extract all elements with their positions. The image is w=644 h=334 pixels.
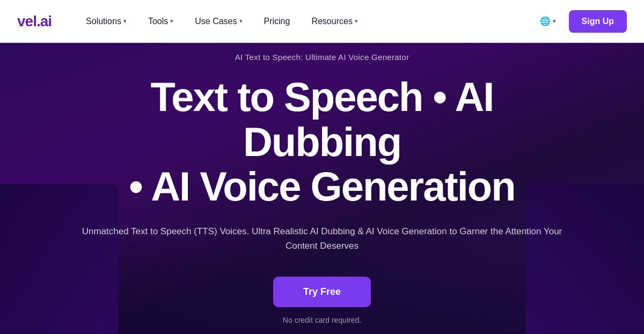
language-selector[interactable]: 🌐 ▾ [533, 12, 562, 31]
language-chevron-icon: ▾ [553, 18, 556, 25]
hero-subtitle: AI Text to Speech: Ultimate AI Voice Gen… [235, 53, 409, 62]
hero-title-line1: Text to Speech • AI Dubbing [151, 74, 494, 165]
use-cases-chevron-icon: ▾ [239, 18, 243, 25]
solutions-label: Solutions [86, 17, 121, 26]
hero-content: AI Text to Speech: Ultimate AI Voice Gen… [27, 53, 617, 324]
navbar: vel.ai Solutions ▾ Tools ▾ Use Cases ▾ P… [0, 0, 644, 43]
tools-label: Tools [148, 17, 168, 26]
nav-item-tools[interactable]: Tools ▾ [140, 12, 182, 31]
hero-title: Text to Speech • AI Dubbing • AI Voice G… [70, 75, 574, 209]
solutions-chevron-icon: ▾ [123, 18, 127, 25]
nav-item-pricing[interactable]: Pricing [255, 12, 299, 31]
hero-section: AI Text to Speech: Ultimate AI Voice Gen… [0, 43, 644, 334]
nav-right: 🌐 ▾ Sign Up [533, 10, 627, 33]
globe-icon: 🌐 [540, 16, 551, 26]
resources-label: Resources [311, 17, 352, 26]
signup-button[interactable]: Sign Up [569, 10, 627, 33]
no-credit-note: No credit card required. [283, 316, 361, 324]
try-free-button[interactable]: Try Free [273, 277, 371, 307]
logo[interactable]: vel.ai [17, 13, 52, 30]
resources-chevron-icon: ▾ [355, 18, 358, 25]
hero-description: Unmatched Text to Speech (TTS) Voices. U… [80, 224, 564, 253]
use-cases-label: Use Cases [195, 17, 237, 26]
nav-item-solutions[interactable]: Solutions ▾ [77, 12, 135, 31]
tools-chevron-icon: ▾ [170, 18, 173, 25]
nav-item-resources[interactable]: Resources ▾ [303, 12, 366, 31]
hero-title-line2: • AI Voice Generation [129, 164, 515, 209]
nav-links: Solutions ▾ Tools ▾ Use Cases ▾ Pricing … [77, 12, 533, 31]
nav-item-use-cases[interactable]: Use Cases ▾ [186, 12, 251, 31]
pricing-label: Pricing [264, 17, 290, 26]
